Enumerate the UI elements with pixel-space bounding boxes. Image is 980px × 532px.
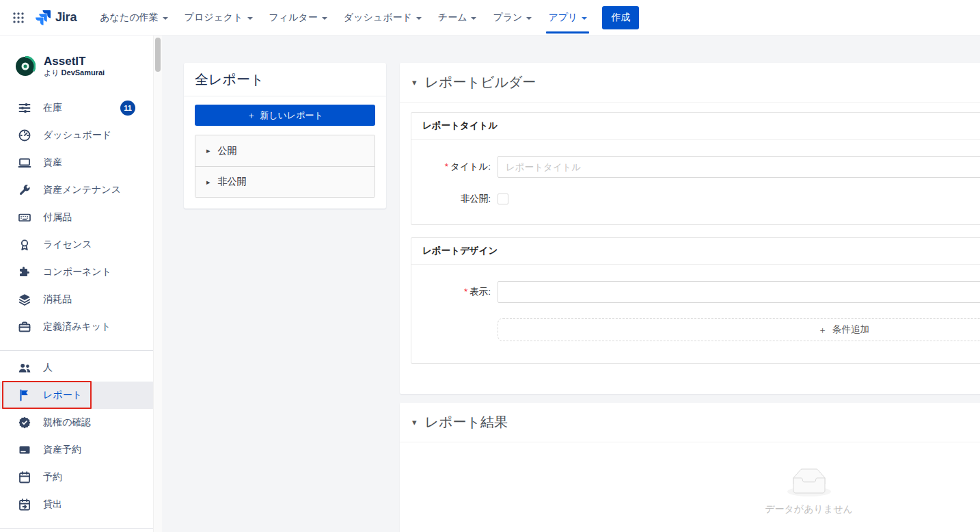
jira-home-link[interactable]: Jira — [36, 10, 77, 25]
nav-label: あなたの作業 — [100, 12, 158, 24]
sidebar-item-label: 資産 — [43, 157, 62, 169]
laptop-icon — [18, 156, 31, 170]
app-sidebar: AssetIT より DevSamurai 在庫 11 — [0, 36, 162, 532]
scrollbar-thumb[interactable] — [155, 38, 161, 72]
display-field-label: *表示: — [428, 286, 498, 298]
sidebar-item-custody-check[interactable]: 親権の確認 — [0, 409, 153, 436]
report-builder-body: レポートタイトル *タイトル: 非公開: — [400, 103, 980, 394]
label-text: タイトル: — [450, 161, 491, 172]
sidebar-item-label: 定義済みキット — [43, 321, 111, 333]
report-design-section: レポートデザイン *表示: ＋ 条件追加 — [411, 237, 980, 364]
add-condition-button[interactable]: ＋ 条件追加 — [498, 318, 980, 341]
plus-icon: ＋ — [818, 325, 827, 334]
nav-filters[interactable]: フィルター — [261, 0, 336, 36]
sidebar-item-assets[interactable]: 資産 — [0, 149, 153, 176]
report-groups-list: ▸ 公開 ▸ 非公開 — [195, 135, 375, 198]
create-button[interactable]: 作成 — [602, 6, 639, 29]
sidebar-item-asset-maintenance[interactable]: 資産メンテナンス — [0, 176, 153, 204]
report-title-input[interactable] — [498, 156, 980, 178]
caret-down-icon: ▾ — [412, 418, 417, 427]
puzzle-icon — [18, 265, 31, 279]
main-content: 全レポート ＋ 新しいレポート ▸ 公開 ▸ 非公開 ▾ — [162, 36, 980, 532]
app-vendor: より DevSamurai — [44, 68, 105, 78]
sidebar-item-inventory[interactable]: 在庫 11 — [0, 94, 153, 122]
sidebar-item-checkout[interactable]: 貸出 — [0, 491, 153, 518]
sidebar-item-booking[interactable]: 予約 — [0, 464, 153, 491]
sidebar-menu: 在庫 11 ダッシュボード 資産 — [0, 94, 153, 529]
nav-label: フィルター — [269, 12, 318, 24]
report-results-header[interactable]: ▾ レポート結果 — [400, 403, 980, 442]
label-text: 非公開: — [461, 194, 491, 204]
sidebar-item-dashboard[interactable]: ダッシュボード — [0, 122, 153, 149]
private-field-label: 非公開: — [428, 193, 498, 205]
sidebar-item-accessories[interactable]: 付属品 — [0, 204, 153, 231]
jira-logo-icon — [36, 10, 51, 25]
plus-icon: ＋ — [247, 111, 256, 120]
calendar-checkout-icon — [18, 498, 31, 511]
nav-plans[interactable]: プラン — [485, 0, 540, 36]
layers-icon — [18, 293, 31, 306]
report-builder-card: ▾ レポートビルダー レポートタイトル *タイトル: — [400, 63, 980, 394]
add-condition-label: 条件追加 — [832, 323, 869, 336]
all-reports-title: 全レポート — [184, 63, 386, 96]
report-detail-column: ▾ レポートビルダー レポートタイトル *タイトル: — [400, 63, 980, 532]
nav-teams[interactable]: チーム — [430, 0, 485, 36]
card-icon — [18, 443, 31, 457]
sidebar-item-predefined-kits[interactable]: 定義済みキット — [0, 313, 153, 341]
app-vendor-name: DevSamurai — [62, 68, 105, 77]
required-mark: * — [445, 161, 448, 172]
add-condition-row: ＋ 条件追加 — [428, 318, 980, 341]
private-form-row: 非公開: — [428, 193, 980, 205]
nav-apps[interactable]: アプリ — [540, 0, 595, 36]
toolbox-icon — [18, 320, 31, 334]
gauge-icon — [18, 129, 31, 142]
sidebar-scrollbar[interactable] — [153, 36, 162, 532]
chevron-down-icon — [582, 17, 587, 20]
app-switcher-icon[interactable] — [10, 9, 27, 27]
badge-check-icon — [18, 416, 31, 429]
report-builder-header[interactable]: ▾ レポートビルダー — [400, 63, 980, 103]
top-navigation-bar: Jira あなたの作業 プロジェクト フィルター ダッシュボード チーム プラン… — [0, 0, 980, 36]
section-heading: レポートタイトル — [411, 113, 980, 139]
sidebar-item-licenses[interactable]: ライセンス — [0, 231, 153, 258]
sidebar-item-label: ライセンス — [43, 239, 92, 251]
sliders-icon — [18, 101, 31, 115]
chevron-down-icon — [526, 17, 532, 20]
new-report-label: 新しいレポート — [260, 109, 323, 122]
new-report-button[interactable]: ＋ 新しいレポート — [195, 105, 375, 126]
group-label: 非公開 — [218, 176, 247, 188]
sidebar-item-label: 人 — [43, 362, 53, 374]
sidebar-item-consumables[interactable]: 消耗品 — [0, 286, 153, 313]
sidebar-item-label: 貸出 — [43, 498, 62, 511]
sidebar-divider — [0, 528, 153, 529]
chevron-down-icon — [471, 17, 476, 20]
flag-icon — [18, 388, 31, 402]
all-reports-panel: 全レポート ＋ 新しいレポート ▸ 公開 ▸ 非公開 — [184, 63, 386, 209]
nav-projects[interactable]: プロジェクト — [176, 0, 261, 36]
inventory-count-badge: 11 — [120, 101, 135, 116]
sidebar-item-asset-booking[interactable]: 資産予約 — [0, 436, 153, 464]
keyboard-icon — [18, 211, 31, 224]
app-by-prefix: より — [44, 68, 59, 77]
sidebar-item-people[interactable]: 人 — [0, 354, 153, 382]
empty-state-text: データがありません — [765, 503, 853, 516]
nav-dashboards[interactable]: ダッシュボード — [336, 0, 430, 36]
required-mark: * — [464, 287, 467, 297]
sidebar-item-label: 消耗品 — [43, 293, 72, 306]
display-form-row: *表示: — [428, 281, 980, 303]
sidebar-item-components[interactable]: コンポーネント — [0, 258, 153, 286]
group-private[interactable]: ▸ 非公開 — [195, 166, 375, 197]
private-checkbox[interactable] — [498, 194, 508, 204]
group-public[interactable]: ▸ 公開 — [195, 135, 375, 166]
sidebar-item-label: 付属品 — [43, 211, 72, 224]
chevron-down-icon — [416, 17, 422, 20]
license-award-icon — [18, 238, 31, 252]
sidebar-item-label: コンポーネント — [43, 266, 111, 278]
app-name: AssetIT — [44, 55, 105, 68]
empty-inbox-icon — [787, 468, 831, 496]
sidebar-item-reports[interactable]: レポート — [0, 382, 153, 409]
sidebar-item-label: 資産予約 — [43, 444, 81, 456]
display-select-input[interactable] — [498, 281, 980, 303]
nav-your-work[interactable]: あなたの作業 — [92, 0, 176, 36]
section-heading: レポートデザイン — [411, 238, 980, 265]
